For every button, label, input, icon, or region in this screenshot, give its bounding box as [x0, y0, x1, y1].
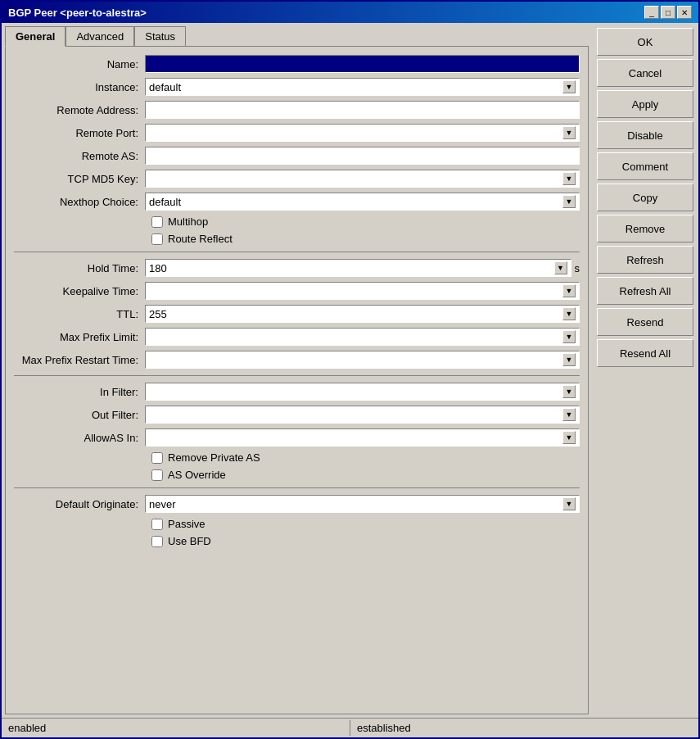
remove-private-as-checkbox[interactable]: [151, 452, 163, 464]
hold-time-arrow[interactable]: ▼: [554, 261, 567, 274]
cancel-button[interactable]: Cancel: [597, 59, 693, 87]
tcp-md5-field: ▼: [145, 170, 580, 188]
out-filter-arrow[interactable]: ▼: [562, 408, 576, 421]
maximize-button[interactable]: □: [661, 6, 675, 19]
in-filter-arrow[interactable]: ▼: [562, 385, 576, 398]
resend-button[interactable]: Resend: [597, 308, 693, 336]
ttl-arrow[interactable]: ▼: [562, 307, 576, 320]
copy-button[interactable]: Copy: [597, 184, 693, 211]
ttl-field: 255 ▼: [145, 305, 580, 323]
tab-status[interactable]: Status: [134, 26, 186, 46]
instance-arrow[interactable]: ▼: [562, 80, 576, 93]
remote-address-input[interactable]: 1.1.1.2: [145, 101, 580, 119]
default-originate-dropdown[interactable]: never ▼: [145, 495, 580, 513]
hold-time-field: 180 ▼ s: [145, 259, 580, 277]
nexthop-row: Nexthop Choice: default ▼: [14, 193, 580, 211]
divider-3: [14, 487, 580, 488]
keepalive-arrow[interactable]: ▼: [562, 284, 576, 297]
use-bfd-row: Use BFD: [151, 535, 580, 547]
out-filter-field: ▼: [145, 406, 580, 424]
nexthop-arrow[interactable]: ▼: [562, 195, 576, 208]
default-originate-field: never ▼: [145, 495, 580, 513]
in-filter-label: In Filter:: [14, 386, 145, 398]
max-prefix-field: ▼: [145, 328, 580, 346]
tcp-md5-arrow[interactable]: ▼: [562, 172, 576, 185]
remote-port-row: Remote Port: ▼: [14, 124, 580, 142]
multihop-label: Multihop: [168, 215, 208, 228]
route-reflect-label: Route Reflect: [168, 233, 233, 245]
remote-port-dropdown[interactable]: ▼: [145, 124, 580, 142]
ttl-dropdown[interactable]: 255 ▼: [145, 305, 580, 323]
keepalive-dropdown[interactable]: ▼: [145, 282, 580, 300]
remote-address-field: 1.1.1.2: [145, 101, 580, 119]
ok-button[interactable]: OK: [597, 28, 693, 56]
max-prefix-restart-arrow[interactable]: ▼: [562, 353, 576, 366]
max-prefix-arrow[interactable]: ▼: [562, 330, 576, 343]
in-filter-dropdown[interactable]: ▼: [145, 383, 580, 401]
max-prefix-restart-field: ▼: [145, 351, 580, 369]
use-bfd-label: Use BFD: [168, 535, 211, 547]
out-filter-row: Out Filter: ▼: [14, 406, 580, 424]
content-area: General Advanced Status Name: peer-to-al…: [2, 23, 698, 718]
disable-button[interactable]: Disable: [597, 121, 693, 149]
instance-dropdown[interactable]: default ▼: [145, 78, 580, 96]
out-filter-dropdown[interactable]: ▼: [145, 406, 580, 424]
title-bar-controls: _ □ ✕: [644, 6, 692, 19]
main-panel: General Advanced Status Name: peer-to-al…: [2, 23, 592, 718]
name-input[interactable]: peer-to-alestra: [145, 55, 580, 73]
name-field: peer-to-alestra: [145, 55, 580, 73]
keepalive-label: Keepalive Time:: [14, 285, 145, 297]
as-override-checkbox[interactable]: [151, 469, 163, 481]
allowas-dropdown[interactable]: ▼: [145, 428, 580, 447]
max-prefix-restart-row: Max Prefix Restart Time: ▼: [14, 351, 580, 369]
use-bfd-checkbox[interactable]: [151, 536, 163, 547]
allowas-label: AllowAS In:: [14, 432, 145, 444]
default-originate-value: never: [149, 498, 562, 510]
nexthop-dropdown[interactable]: default ▼: [145, 193, 580, 211]
tcp-md5-dropdown[interactable]: ▼: [145, 170, 580, 188]
remote-as-label: Remote AS:: [14, 150, 145, 162]
remove-private-as-label: Remove Private AS: [168, 451, 260, 464]
passive-label: Passive: [168, 518, 205, 530]
max-prefix-dropdown[interactable]: ▼: [145, 328, 580, 346]
default-originate-row: Default Originate: never ▼: [14, 495, 580, 513]
hold-time-value: 180: [149, 262, 554, 274]
instance-value: default: [149, 81, 562, 93]
keepalive-row: Keepalive Time: ▼: [14, 282, 580, 300]
route-reflect-checkbox[interactable]: [151, 233, 163, 245]
hold-time-row: Hold Time: 180 ▼ s: [14, 259, 580, 277]
apply-button[interactable]: Apply: [597, 90, 693, 118]
hold-time-dropdown[interactable]: 180 ▼: [145, 259, 571, 277]
hold-time-label: Hold Time:: [14, 262, 145, 274]
close-button[interactable]: ✕: [677, 6, 692, 19]
comment-button[interactable]: Comment: [597, 152, 693, 180]
max-prefix-label: Max Prefix Limit:: [14, 331, 145, 343]
passive-checkbox[interactable]: [151, 519, 163, 530]
tab-advanced[interactable]: Advanced: [65, 26, 134, 46]
allowas-arrow[interactable]: ▼: [562, 431, 576, 444]
refresh-all-button[interactable]: Refresh All: [597, 277, 693, 305]
minimize-button[interactable]: _: [644, 6, 659, 19]
nexthop-field: default ▼: [145, 193, 580, 211]
remote-port-arrow[interactable]: ▼: [562, 126, 576, 139]
max-prefix-restart-label: Max Prefix Restart Time:: [14, 354, 145, 366]
remote-as-row: Remote AS: 300: [14, 147, 580, 165]
nexthop-value: default: [149, 196, 562, 208]
instance-label: Instance:: [14, 81, 145, 93]
resend-all-button[interactable]: Resend All: [597, 339, 693, 367]
remove-private-as-row: Remove Private AS: [151, 451, 580, 464]
route-reflect-row: Route Reflect: [151, 233, 580, 245]
multihop-checkbox[interactable]: [151, 216, 163, 228]
sidebar-buttons: OK Cancel Apply Disable Comment Copy Rem…: [592, 23, 698, 718]
status-left: enabled: [2, 720, 350, 736]
tab-general[interactable]: General: [5, 26, 65, 47]
remote-as-input[interactable]: 300: [145, 147, 580, 165]
refresh-button[interactable]: Refresh: [597, 246, 693, 274]
remove-button[interactable]: Remove: [597, 215, 693, 243]
max-prefix-restart-dropdown[interactable]: ▼: [145, 351, 580, 369]
keepalive-field: ▼: [145, 282, 580, 300]
default-originate-arrow[interactable]: ▼: [562, 497, 576, 510]
name-label: Name:: [14, 58, 145, 70]
out-filter-label: Out Filter:: [14, 409, 145, 421]
name-row: Name: peer-to-alestra: [14, 55, 580, 73]
